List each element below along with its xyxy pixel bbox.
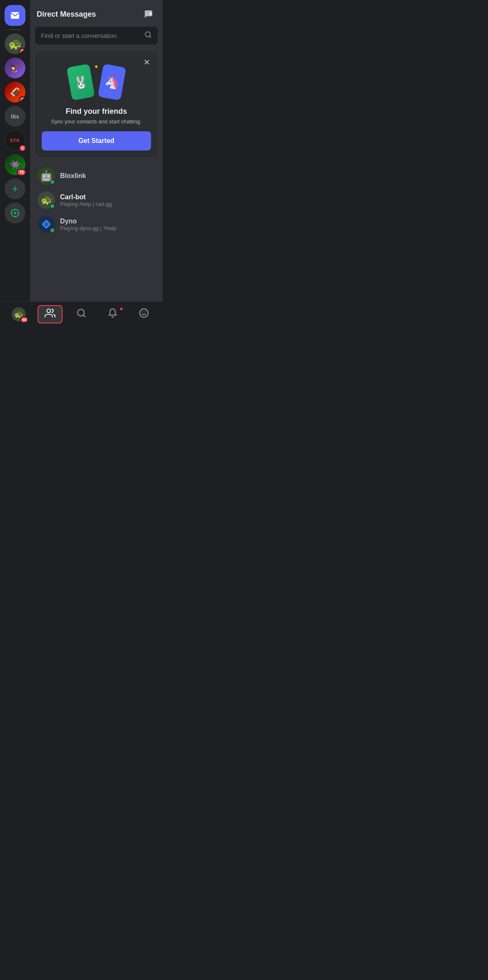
search-icon: [144, 31, 152, 40]
sidebar: 🐢 1 🦅 🏈 3 ISs STK 5 �: [0, 0, 30, 301]
close-button[interactable]: [141, 56, 153, 68]
sidebar-badge-turtle: 1: [19, 48, 25, 54]
dm-status-dyno: Playing dyno.gg | ?help: [60, 225, 155, 231]
emoji-icon: [139, 308, 149, 321]
sidebar-item-football-server[interactable]: 🏈 3: [5, 82, 25, 103]
dm-list: 🤖 Bloxlink 🐢 Carl-bot Pla: [30, 164, 163, 236]
friends-card-subtitle: Sync your contacts and start chatting.: [42, 118, 151, 125]
svg-point-17: [140, 309, 148, 317]
friends-icon: [45, 308, 55, 321]
dm-status-dot-carlbot: [50, 203, 55, 209]
sidebar-item-add-server[interactable]: +: [5, 178, 25, 199]
svg-line-16: [83, 315, 85, 316]
dm-status-carlbot: Playing /help | carl.gg: [60, 201, 155, 207]
dm-info-carlbot: Carl-bot Playing /help | carl.gg: [60, 193, 155, 207]
dm-avatar-carlbot: 🐢: [38, 191, 55, 209]
dm-status-dot-bloxlink: [50, 179, 55, 185]
sidebar-badge-football: 3: [19, 96, 25, 103]
friends-card: ✦ 🐰 🦄 Find your friends Sync your contac…: [35, 51, 158, 157]
sidebar-badge-defend: 76: [17, 169, 26, 176]
svg-line-9: [149, 36, 151, 37]
dm-name-dyno: Dyno: [60, 218, 155, 225]
friends-card-title: Find your friends: [42, 107, 151, 116]
dm-info-dyno: Dyno Playing dyno.gg | ?help: [60, 218, 155, 231]
notification-badge: [119, 307, 123, 311]
sidebar-item-stk-server[interactable]: STK 5: [5, 130, 25, 151]
search-bar[interactable]: Find or start a conversation: [35, 27, 158, 45]
dm-item-carlbot[interactable]: 🐢 Carl-bot Playing /help | carl.gg: [33, 188, 159, 212]
sidebar-item-purple-server[interactable]: 🦅: [5, 58, 25, 78]
main-content: Direct Messages Find or start a conversa…: [30, 0, 163, 326]
dm-name-carlbot: Carl-bot: [60, 193, 155, 201]
nav-item-emoji[interactable]: [131, 305, 156, 323]
get-started-button[interactable]: Get Started: [42, 131, 151, 150]
nav-item-friends[interactable]: [38, 305, 63, 323]
sidebar-divider-1: [8, 29, 22, 30]
search-placeholder: Find or start a conversation: [41, 32, 140, 39]
header: Direct Messages: [30, 0, 163, 27]
dm-avatar-dyno: [38, 216, 55, 233]
svg-point-1: [14, 212, 16, 214]
nav-item-search[interactable]: [69, 305, 94, 323]
bell-icon: [108, 308, 118, 321]
avatar-bottom: 🐢 85: [12, 307, 26, 321]
svg-point-14: [47, 309, 51, 313]
page-title: Direct Messages: [37, 10, 96, 19]
app-container: 🐢 1 🦅 🏈 3 ISs STK 5 �: [0, 0, 163, 326]
new-dm-button[interactable]: [141, 7, 156, 22]
bottom-nav: 🐢 85: [0, 301, 163, 326]
dm-name-bloxlink: Bloxlink: [60, 172, 155, 180]
sidebar-item-turtle-server[interactable]: 🐢 1: [5, 33, 25, 54]
nav-item-notifications[interactable]: [100, 305, 125, 323]
nav-item-profile[interactable]: 🐢 85: [6, 305, 31, 323]
dm-item-bloxlink[interactable]: 🤖 Bloxlink: [33, 164, 159, 188]
sidebar-badge-stk: 5: [19, 145, 26, 152]
dm-item-dyno[interactable]: Dyno Playing dyno.gg | ?help: [33, 212, 159, 236]
sidebar-item-explore[interactable]: [5, 203, 25, 223]
search-nav-icon: [76, 308, 86, 321]
sidebar-item-dm-home[interactable]: [5, 5, 25, 26]
sidebar-item-defend-server[interactable]: 👾 76: [5, 154, 25, 175]
dm-avatar-bloxlink: 🤖: [38, 167, 55, 185]
dm-status-dot-dyno: [50, 228, 55, 233]
avatar-badge: 85: [20, 316, 28, 323]
dm-info-bloxlink: Bloxlink: [60, 172, 155, 180]
friends-illustration: ✦ 🐰 🦄: [42, 58, 151, 102]
sidebar-item-iss-server[interactable]: ISs: [5, 106, 25, 127]
